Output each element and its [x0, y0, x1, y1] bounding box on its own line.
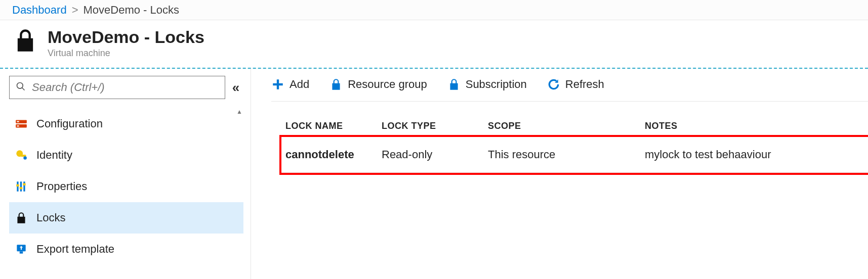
export-icon [14, 242, 28, 256]
svg-rect-16 [20, 251, 23, 253]
sidebar-item-configuration[interactable]: Configuration [9, 108, 243, 140]
sidebar-item-label: Locks [36, 211, 65, 224]
svg-point-8 [23, 156, 27, 160]
sidebar: « ▲ Configuration Identity Propert [0, 69, 251, 279]
scroll-up-icon[interactable]: ▲ [236, 108, 242, 115]
page-title: MoveDemo - Locks [48, 27, 204, 47]
svg-rect-11 [23, 181, 25, 192]
svg-point-0 [17, 83, 23, 89]
page-subtitle: Virtual machine [48, 48, 204, 59]
svg-rect-4 [17, 121, 19, 122]
sidebar-nav: ▲ Configuration Identity Properties [9, 108, 243, 265]
search-input[interactable] [32, 81, 219, 94]
sidebar-item-label: Export template [36, 243, 114, 256]
svg-rect-13 [20, 187, 22, 189]
identity-icon [14, 148, 28, 162]
collapse-sidebar-icon[interactable]: « [228, 80, 243, 96]
toolbar-label: Resource group [348, 78, 427, 91]
cell-lock-name: cannotdelete [281, 137, 378, 173]
plus-icon [271, 78, 284, 91]
breadcrumb-current: MoveDemo - Locks [84, 4, 180, 17]
svg-rect-18 [273, 83, 283, 85]
configuration-icon [14, 117, 28, 131]
sidebar-item-label: Properties [36, 180, 87, 193]
add-button[interactable]: Add [271, 78, 309, 91]
table-header-row: LOCK NAME LOCK TYPE SCOPE NOTES [281, 116, 868, 137]
breadcrumb: Dashboard > MoveDemo - Locks [0, 0, 868, 20]
page-header: MoveDemo - Locks Virtual machine [0, 20, 868, 69]
refresh-button[interactable]: Refresh [547, 78, 604, 91]
locks-table: LOCK NAME LOCK TYPE SCOPE NOTES cannotde… [281, 116, 868, 173]
sidebar-item-identity[interactable]: Identity [9, 140, 243, 171]
svg-line-1 [22, 88, 25, 90]
properties-icon [14, 179, 28, 194]
lock-icon [12, 27, 38, 56]
sidebar-item-label: Identity [36, 149, 72, 162]
toolbar: Add Resource group Subscription Refresh [271, 78, 868, 102]
search-wrap [9, 76, 225, 99]
cell-notes: mylock to test behaaviour [641, 137, 868, 173]
toolbar-label: Add [290, 78, 309, 91]
sidebar-item-label: Configuration [36, 117, 103, 130]
resource-group-button[interactable]: Resource group [329, 78, 427, 91]
search-icon [16, 81, 26, 94]
cell-lock-type: Read-only [378, 137, 484, 173]
svg-rect-14 [23, 183, 25, 185]
toolbar-label: Refresh [565, 78, 604, 91]
toolbar-label: Subscription [466, 78, 527, 91]
lock-icon [447, 78, 461, 91]
cell-scope: This resource [484, 137, 641, 173]
sidebar-item-properties[interactable]: Properties [9, 171, 243, 202]
col-scope[interactable]: SCOPE [484, 116, 641, 137]
col-lock-type[interactable]: LOCK TYPE [378, 116, 484, 137]
lock-icon [14, 211, 28, 225]
svg-rect-12 [16, 184, 19, 187]
col-notes[interactable]: NOTES [641, 116, 868, 137]
sidebar-item-export-template[interactable]: Export template [9, 234, 243, 265]
sidebar-item-locks[interactable]: Locks [9, 202, 243, 234]
breadcrumb-separator: > [72, 4, 78, 17]
svg-rect-10 [20, 181, 22, 192]
breadcrumb-root-link[interactable]: Dashboard [12, 4, 67, 17]
col-lock-name[interactable]: LOCK NAME [281, 116, 378, 137]
main-panel: Add Resource group Subscription Refresh [251, 69, 868, 279]
lock-icon [329, 78, 343, 91]
subscription-button[interactable]: Subscription [447, 78, 527, 91]
table-row[interactable]: cannotdelete Read-only This resource myl… [281, 137, 868, 173]
refresh-icon [547, 78, 560, 91]
svg-rect-5 [17, 125, 19, 126]
